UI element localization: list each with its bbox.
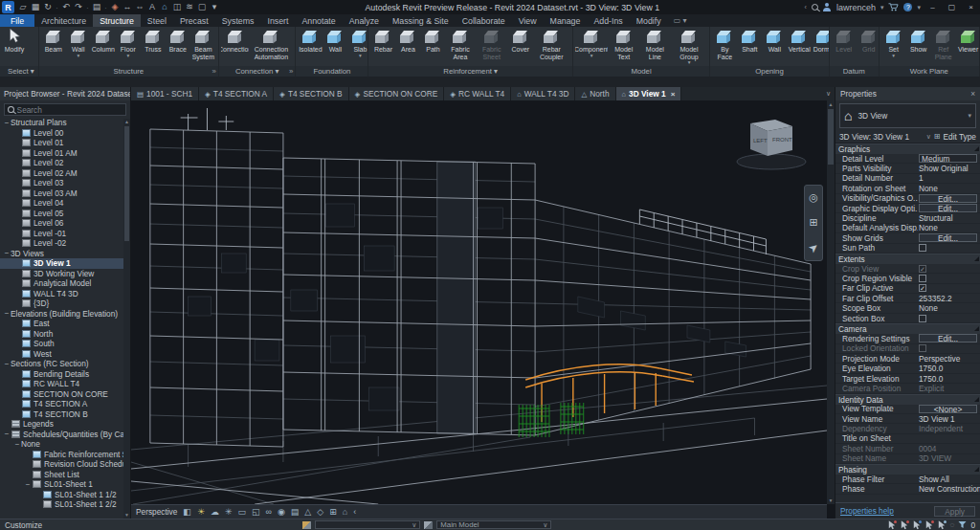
help-icon[interactable]: ? — [903, 3, 912, 11]
ribbon-button-model-line[interactable]: Model Line — [639, 28, 671, 66]
property-value[interactable]: New Construction — [919, 484, 980, 494]
expander-icon[interactable]: − — [3, 430, 11, 438]
shadows-icon[interactable]: ☁ — [211, 506, 219, 519]
ribbon-button-floor[interactable]: Floor▾ — [116, 28, 141, 66]
tree-item-elevations-building-elevation[interactable]: −Elevations (Building Elevation) — [0, 309, 123, 320]
scroll-down-icon[interactable]: ▼ — [123, 512, 130, 519]
worksets-icon[interactable] — [302, 521, 311, 529]
ribbon-button-fabric-sheet[interactable]: Fabric Sheet — [476, 28, 508, 66]
edit-type-button[interactable]: Edit Type — [944, 132, 976, 142]
tab-annotate[interactable]: Annotate — [295, 14, 342, 27]
view-cube-compass[interactable] — [737, 154, 806, 169]
checkbox-far-clip-active[interactable]: ✓ — [919, 284, 926, 292]
checkbox-section-box[interactable] — [919, 315, 926, 322]
drawing-area[interactable]: LEFT FRONT ◎ ⊞ ➤ ▲ ▼ Perspective ◧☀☁✳▭◱∞… — [131, 100, 835, 519]
canvas-scrollbar-thumb[interactable] — [828, 109, 834, 165]
active-workset-select[interactable]: ∨ — [315, 520, 420, 529]
panel-label-datum[interactable]: Datum — [830, 66, 879, 77]
tree-item-level-03[interactable]: Level 03 — [0, 178, 123, 188]
tab-modify[interactable]: Modify — [630, 14, 668, 27]
tree-item-fabric-reinforcement-schedule[interactable]: Fabric Reinforcement Schedule — [0, 450, 123, 460]
ribbon-button-truss[interactable]: Truss — [141, 28, 166, 66]
ribbon-button-wall[interactable]: Wall — [323, 28, 347, 66]
switch-windows-icon[interactable]: ▢ — [196, 1, 208, 13]
tree-item-structural-plans[interactable]: −Structural Plans — [0, 118, 123, 128]
property-value[interactable]: Show Original — [919, 164, 969, 173]
tag-by-category-icon[interactable]: ◈ — [109, 1, 121, 13]
app-store-cart-icon[interactable] — [888, 3, 899, 11]
type-selector[interactable]: ⌂ 3D View ▾ — [839, 103, 976, 128]
aligned-dimension-icon[interactable]: ⇔ — [134, 1, 145, 13]
view-tab-rc-wall-t4[interactable]: ◈RC WALL T4 — [444, 87, 511, 100]
visual-style-icon[interactable]: ◧ — [183, 506, 191, 519]
help-menu-caret-icon[interactable]: ▾ — [917, 4, 921, 11]
panel-label-opening[interactable]: Opening — [710, 66, 828, 77]
ribbon-display-toggle-icon[interactable]: ▭ ▾ — [668, 14, 693, 27]
tab-analyze[interactable]: Analyze — [343, 14, 386, 27]
property-value[interactable]: Show All — [919, 475, 949, 484]
tree-item-schedules-quantities-by-cat[interactable]: −Schedules/Quantities (By Cat — [0, 430, 123, 440]
ribbon-button-beam-system[interactable]: Beam System — [190, 28, 216, 66]
collapse-search-icon[interactable]: ‹ — [805, 4, 807, 11]
worksharing-display-icon[interactable]: ◇ — [317, 506, 323, 519]
instance-selector-label[interactable]: 3D View: 3D View 1 — [839, 132, 909, 142]
default-3d-view-icon[interactable]: ⌂ — [159, 1, 170, 13]
temporary-view-properties-icon[interactable]: ▤ — [291, 506, 300, 519]
select-pinned-elements-icon[interactable] — [913, 520, 922, 530]
expander-icon[interactable]: − — [24, 480, 32, 489]
ribbon-button-shaft[interactable]: Shaft — [737, 28, 762, 66]
expander-icon[interactable]: − — [3, 309, 11, 318]
section-header-phasing[interactable]: Phasing — [835, 464, 980, 475]
property-value[interactable]: 3D View 1 — [919, 414, 955, 424]
ribbon-button-show[interactable]: Show — [906, 28, 931, 66]
tree-item-revision-cloud-schedule[interactable]: Revision Cloud Schedule — [0, 459, 123, 470]
tree-item-analytical-model[interactable]: Analytical Model — [0, 278, 123, 289]
property-value[interactable]: 253352.2 — [919, 294, 952, 303]
panel-launcher-icon[interactable]: » — [289, 66, 293, 77]
property-value[interactable]: None — [919, 223, 938, 232]
tree-item-legends[interactable]: Legends — [0, 419, 123, 430]
render-settings-icon[interactable]: ✳ — [225, 506, 233, 519]
measure-icon[interactable]: ↔ — [122, 1, 133, 13]
sun-path-icon[interactable]: ☀ — [197, 506, 205, 519]
hide-analytical-model-icon[interactable]: △ — [304, 506, 311, 519]
tree-item-sheet-list[interactable]: Sheet List — [0, 470, 123, 480]
property-value[interactable]: 1750.0 — [919, 374, 943, 384]
property-value[interactable]: 3D VIEW — [919, 453, 951, 463]
tree-item-north[interactable]: North — [0, 329, 123, 340]
ribbon-button-dormer[interactable]: Dormer — [812, 28, 828, 66]
tree-item-t4-section-a[interactable]: T4 SECTION A — [0, 399, 123, 409]
design-option-select[interactable]: Main Model ∨ — [436, 520, 551, 529]
tree-item-t4-section-b[interactable]: T4 SECTION B — [0, 409, 123, 420]
model-text-icon[interactable]: A — [146, 1, 158, 13]
undo-icon[interactable]: ↶ — [60, 1, 72, 13]
ribbon-button-ref-plane[interactable]: Ref Plane — [931, 28, 956, 66]
ribbon-button-brace[interactable]: Brace — [166, 28, 190, 66]
tab-massing-site[interactable]: Massing & Site — [386, 14, 456, 27]
select-elements-by-face-icon[interactable] — [925, 520, 934, 530]
ribbon-button-model-text[interactable]: Model Text — [608, 28, 638, 66]
property-value[interactable]: Perspective — [919, 354, 960, 364]
tree-item-level-06[interactable]: Level 06 — [0, 218, 123, 229]
close-button[interactable]: × — [964, 3, 978, 11]
instance-selector-caret-icon[interactable]: ∨ — [926, 133, 931, 141]
property-value-button[interactable]: Edit... — [919, 204, 977, 212]
ribbon-button-wall[interactable]: Wall▾ — [66, 28, 91, 66]
ribbon-button-path[interactable]: Path — [420, 28, 445, 66]
ribbon-button-vertical[interactable]: Vertical — [787, 28, 812, 66]
customize-quick-access-icon[interactable]: ▾ — [209, 1, 220, 13]
tab-file[interactable]: File — [0, 14, 34, 27]
temporary-h​ide-isolate-icon[interactable]: ∞ — [266, 506, 272, 519]
property-value[interactable]: 1750.0 — [919, 364, 943, 373]
ribbon-button-modify[interactable]: Modify — [2, 28, 27, 66]
panel-label-structure[interactable]: Structure» — [39, 66, 218, 77]
zoom-icon[interactable]: ⊞ — [809, 216, 817, 229]
view-tab-t4-section-b[interactable]: ◈T4 SECTION B — [274, 87, 349, 100]
tree-item-section-on-core[interactable]: SECTION ON CORE — [0, 389, 123, 400]
tree-item-sl01-sheet-1-2-2[interactable]: SL01-Sheet 1 2/2 — [0, 499, 123, 510]
tab-precast[interactable]: Precast — [173, 14, 215, 27]
tree-item-level-02[interactable]: Level 02 — [0, 158, 123, 168]
panel-label-foundation[interactable]: Foundation — [296, 66, 368, 77]
ribbon-button-area[interactable]: Area — [395, 28, 420, 66]
design-options-icon[interactable] — [424, 521, 433, 529]
